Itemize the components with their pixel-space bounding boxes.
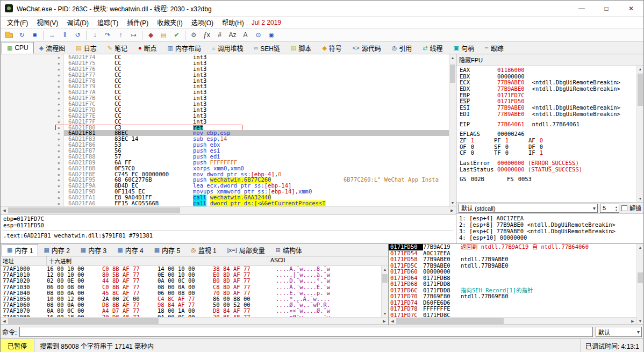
menu-item-7[interactable]: 帮助(H) <box>218 17 248 28</box>
breakpoint-gutter[interactable] <box>1 200 64 206</box>
bottom-tab-memory-4[interactable]: ▦内存 4 <box>112 244 148 256</box>
bottom-tab-memory-5[interactable]: ▦内存 5 <box>149 244 185 256</box>
breakpoint-gutter[interactable] <box>1 125 64 131</box>
scroll-left-arrow-icon[interactable] <box>1 207 8 214</box>
stack-horizontal-scrollbar[interactable] <box>389 317 636 325</box>
scroll-right-arrow-icon[interactable] <box>629 318 636 325</box>
calculator-button[interactable]: # <box>213 30 226 41</box>
breakpoint-gutter[interactable] <box>1 95 64 101</box>
bottom-tab-locals[interactable]: [x=]局部变量 <box>222 244 270 256</box>
call-argument-row[interactable]: 2: [esp+8] 77B9ABE0 <ntdll.DbgUiRemoteBr… <box>459 221 641 228</box>
register-value[interactable]: 77B9ABE0 <box>497 79 525 85</box>
disasm-row[interactable]: 6AD21F77CCint3 <box>1 72 449 78</box>
tab-source[interactable]: <>源代码 <box>347 42 387 54</box>
restart-button[interactable]: ↻ <box>16 30 28 41</box>
log-button[interactable]: ▤ <box>158 30 170 41</box>
stack-row[interactable]: 0171FD5077B9AC19返回到 ntdll.77B9AC19 自 ntd… <box>389 244 636 250</box>
open-file-button[interactable] <box>3 30 15 41</box>
scroll-down-arrow-icon[interactable] <box>382 310 388 317</box>
flag-value[interactable]: 0 <box>505 143 509 150</box>
scroll-thumb[interactable] <box>638 74 643 106</box>
flag-cf[interactable]: CF0 <box>460 150 494 156</box>
restart-run-button[interactable]: ↺ <box>71 30 84 41</box>
step-over-button[interactable]: ↷ <box>102 30 114 41</box>
register-value[interactable]: 00000000 (STATUS_SUCCESS) <box>497 166 582 173</box>
disasm-row[interactable]: 6AD21F76CCint3 <box>1 66 449 72</box>
segment-fs[interactable]: FS0053 <box>507 176 554 183</box>
scroll-thumb[interactable] <box>8 318 159 324</box>
hide-fpu-button[interactable]: 隐藏FPU <box>456 54 643 66</box>
scroll-up-arrow-icon[interactable] <box>449 54 456 61</box>
segment-value[interactable]: 002B <box>471 176 484 182</box>
tab-script[interactable]: ▤脚本 <box>285 42 317 54</box>
breakpoint-gutter[interactable] <box>1 148 64 154</box>
breakpoint-gutter[interactable] <box>1 78 64 84</box>
menu-item-3[interactable]: 追踪(T) <box>93 17 123 28</box>
step-out-button[interactable]: ↑ <box>115 30 127 41</box>
menu-item-6[interactable]: 选项(O) <box>187 17 218 28</box>
scroll-thumb[interactable] <box>638 272 643 283</box>
flag-value[interactable]: 0 <box>505 149 509 156</box>
breakpoint-gutter[interactable] <box>1 166 64 171</box>
register-value[interactable]: 0171FD7C <box>497 92 525 98</box>
stack-row[interactable]: 0171FD680171FDD8 <box>389 281 636 288</box>
disasm-row[interactable]: 6AD21F7FCCint3 <box>1 119 449 125</box>
tab-memory-map[interactable]: ▥内存布局 <box>162 42 206 54</box>
scroll-up-arrow-icon[interactable] <box>382 266 388 273</box>
bottom-tab-memory-1[interactable]: ▦内存 1 <box>2 244 38 256</box>
dump-row[interactable]: 77AF102002 00 0E 0044 8D AF 770A 00 0C 0… <box>1 278 381 284</box>
scroll-thumb[interactable] <box>396 318 504 324</box>
segment-gs[interactable]: GS002B <box>460 176 507 183</box>
stack-row[interactable]: 0171FD5877B9ABE0ntdll.77B9ABE0 <box>389 256 636 263</box>
flag-value[interactable]: 0 <box>471 143 474 150</box>
scroll-left-arrow-icon[interactable] <box>389 318 396 325</box>
scroll-left-arrow-icon[interactable] <box>1 318 8 325</box>
flag-value[interactable]: 1 <box>540 149 543 156</box>
register-row[interactable]: EDX77B9ABE0<ntdll.DbgUiRemoteBreakin> <box>460 86 633 92</box>
stack-vertical-scrollbar[interactable] <box>636 244 643 325</box>
bottom-tab-memory-2[interactable]: ▦内存 2 <box>38 244 75 256</box>
stack-row[interactable]: 0171FD7077B69F80ntdll.77B69F80 <box>389 293 636 300</box>
assembler-button[interactable]: Az <box>226 30 239 41</box>
tab-graph[interactable]: ◈流程图 <box>34 42 70 54</box>
tab-seh[interactable]: ∞SEH链 <box>248 42 285 54</box>
disasm-row[interactable]: 6AD21F896A FFpush FFFFFFFF <box>1 160 449 166</box>
register-value[interactable]: 00000000 <box>497 73 525 80</box>
breakpoint-gutter[interactable] <box>1 160 64 166</box>
breakpoint-gutter[interactable] <box>1 101 64 107</box>
breakpoint-gutter[interactable] <box>1 183 64 189</box>
disasm-row[interactable]: 6AD21F7ECCint3 <box>1 113 449 119</box>
tab-cpu[interactable]: ▦CPU <box>2 42 34 54</box>
calling-convention-select[interactable]: 默认 (stdcall) <box>459 204 598 213</box>
bottom-tab-struct[interactable]: ⊞结构体 <box>270 244 307 256</box>
bottom-tab-watch-1[interactable]: ◎监视 1 <box>185 244 222 256</box>
tab-log[interactable]: ▤日志 <box>70 42 102 54</box>
dump-vertical-scrollbar[interactable] <box>381 266 388 317</box>
menu-item-5[interactable]: 收藏夹(I) <box>153 17 187 28</box>
flag-if[interactable]: IF1 <box>528 150 563 156</box>
tab-references[interactable]: ◎引用 <box>387 42 418 54</box>
call-argument-row[interactable]: 3: [esp+C] 77B9ABE0 <ntdll.DbgUiRemoteBr… <box>459 228 641 234</box>
run-to-cursor-button[interactable]: ↦ <box>127 30 140 41</box>
breakpoint-gutter[interactable] <box>1 171 64 177</box>
flag-value[interactable]: 0 <box>540 143 543 150</box>
register-row[interactable]: EBP0171FD7C <box>460 92 633 99</box>
breakpoint-gutter[interactable] <box>1 195 64 200</box>
scroll-thumb[interactable] <box>382 274 388 283</box>
eflags-row[interactable]: EFLAGS00000246 <box>460 131 633 138</box>
call-argument-row[interactable]: 1: [esp+4] A0C17EEA <box>459 215 641 221</box>
registers-vertical-scrollbar[interactable] <box>636 66 643 202</box>
flag-value[interactable]: 1 <box>505 137 509 143</box>
last-status-row[interactable]: LastStatus00000000 (STATUS_SUCCESS) <box>460 167 633 173</box>
disassembly-vertical-scrollbar[interactable] <box>449 54 456 206</box>
maximize-button[interactable]: □ <box>594 1 619 16</box>
breakpoint-gutter[interactable] <box>1 66 64 72</box>
close-button[interactable]: ✕ <box>619 1 643 16</box>
scroll-thumb[interactable] <box>8 207 180 213</box>
settings-button[interactable]: ⚙ <box>188 30 200 41</box>
unlock-checkbox[interactable] <box>621 205 627 211</box>
scroll-down-arrow-icon[interactable] <box>449 199 456 206</box>
disassembly-horizontal-scrollbar[interactable] <box>1 206 456 214</box>
scroll-up-arrow-icon[interactable] <box>637 66 643 73</box>
tab-call-stack[interactable]: ≡调用堆栈 <box>206 42 248 54</box>
